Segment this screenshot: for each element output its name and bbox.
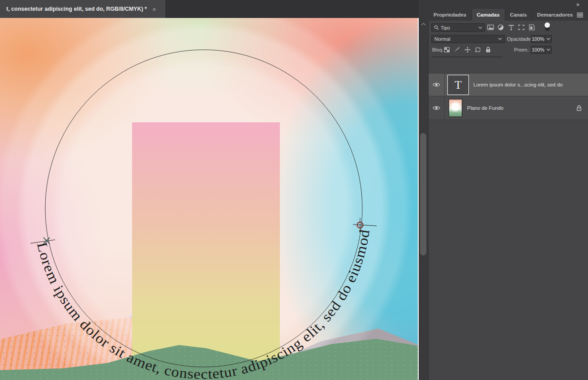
chevron-down-icon (478, 26, 482, 29)
photoshop-window: t, consectetur adipiscing elit, sed do, … (0, 0, 588, 380)
lock-position-move-icon[interactable] (464, 46, 471, 53)
tab-demarcadores[interactable]: Demarcadores (532, 9, 578, 21)
layer-name[interactable]: Lorem ipsum dolor s...scing elit, sed do (473, 82, 562, 87)
fill-value: 100% (531, 47, 545, 52)
lock-label: Bloq.: (432, 47, 445, 52)
type-filter-icon[interactable] (507, 24, 515, 31)
image-layer-thumbnail[interactable] (449, 99, 462, 117)
document-tab-bar: t, consectetur adipiscing elit, sed do, … (0, 0, 429, 18)
layer-row-background[interactable]: Plano de Fundo (429, 96, 588, 120)
canvas[interactable]: Lorem ipsum dolor sit amet, consectetur … (0, 18, 419, 380)
lock-all-icon[interactable] (485, 46, 491, 53)
layer-row-text[interactable]: T Lorem ipsum dolor s...scing elit, sed … (429, 73, 588, 96)
collapse-panels-icon[interactable]: » (576, 1, 579, 8)
chevron-down-icon[interactable] (545, 35, 551, 43)
scroll-up-icon[interactable] (421, 22, 426, 26)
type-on-path-overlay: Lorem ipsum dolor sit amet, consectetur … (0, 18, 419, 380)
blend-mode-select[interactable]: Normal (431, 35, 505, 43)
chevron-down-icon[interactable] (545, 46, 551, 53)
eye-icon (433, 82, 440, 87)
document-title: t, consectetur adipiscing elit, sed do, … (6, 6, 147, 12)
panel-tab-bar: Propriedades Camadas Canais Demarcadores (419, 9, 588, 21)
toggle-knob (545, 22, 550, 28)
text-layer-thumbnail[interactable]: T (447, 75, 469, 95)
fill-label: Preen.: (514, 47, 530, 52)
panel-header-strip: » (419, 0, 588, 9)
adjustment-filter-icon[interactable] (497, 24, 504, 31)
layer-filter-buttons (487, 24, 535, 31)
eye-icon (433, 105, 440, 111)
panel-menu-icon[interactable] (577, 13, 583, 17)
svg-text:Lorem ipsum dolor sit amet, co: Lorem ipsum dolor sit amet, consectetur … (34, 229, 373, 380)
scrollbar-thumb[interactable] (420, 133, 426, 255)
layer-lock-icon[interactable] (576, 105, 582, 111)
frame-filter-icon[interactable] (518, 24, 525, 31)
layers-panel: Tipo (429, 21, 588, 380)
smart-object-filter-icon[interactable] (528, 24, 535, 31)
opacity-value: 100% (531, 36, 545, 42)
layer-filter-type-select[interactable]: Tipo (431, 23, 485, 32)
divider (432, 56, 502, 57)
canvas-scrollbar[interactable] (419, 21, 429, 380)
lock-pixels-brush-icon[interactable] (454, 46, 460, 53)
layer-name[interactable]: Plano de Fundo (467, 105, 503, 111)
lock-buttons (443, 46, 491, 53)
opacity-label: Opacidade: (507, 36, 532, 42)
lock-artboard-icon[interactable] (474, 46, 481, 53)
layer-filter-toggle[interactable] (545, 22, 550, 31)
fill-input[interactable]: 100% (531, 46, 552, 54)
visibility-toggle[interactable] (429, 73, 445, 96)
search-icon (434, 25, 439, 30)
close-icon[interactable]: × (152, 6, 156, 13)
visibility-toggle[interactable] (429, 96, 445, 120)
tab-canais[interactable]: Canais (505, 9, 532, 21)
chevron-down-icon (498, 38, 502, 40)
image-filter-icon[interactable] (487, 24, 494, 31)
filter-search-label: Tipo (441, 25, 450, 30)
document-tab[interactable]: t, consectetur adipiscing elit, sed do, … (0, 0, 165, 18)
tab-camadas[interactable]: Camadas (472, 9, 505, 21)
lock-transparency-icon[interactable] (443, 46, 450, 53)
blend-mode-value: Normal (434, 36, 450, 42)
path-text[interactable]: Lorem ipsum dolor sit amet, consectetur … (34, 229, 373, 380)
tab-propriedades[interactable]: Propriedades (429, 9, 472, 21)
opacity-input[interactable]: 100% (531, 35, 552, 43)
